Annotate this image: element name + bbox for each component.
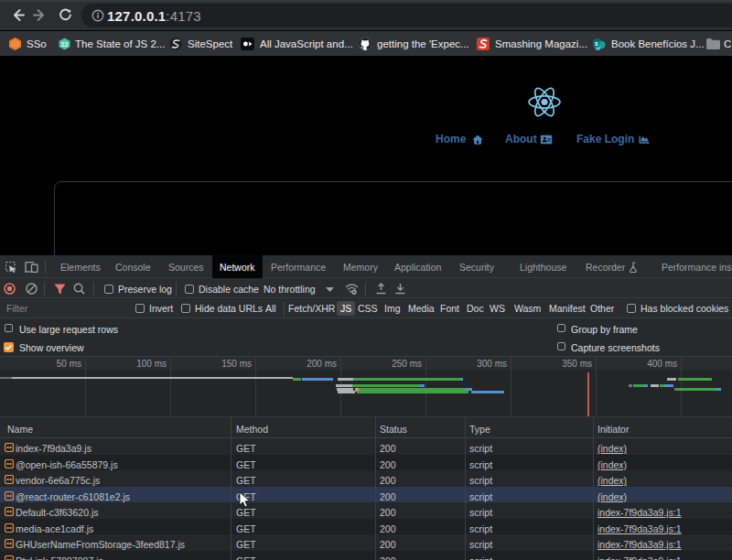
svg-text:22: 22 [61,41,69,48]
svg-text:s: s [595,40,598,47]
